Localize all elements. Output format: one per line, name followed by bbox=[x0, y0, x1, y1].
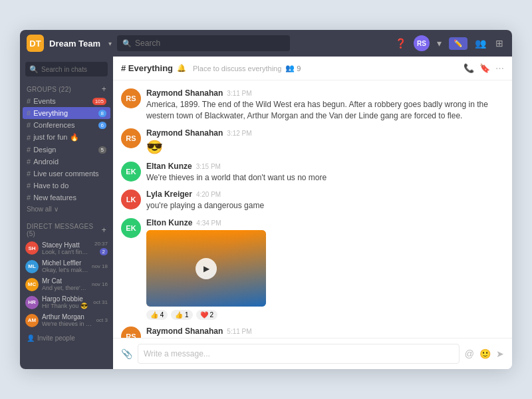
channel-description: Place to discuss everything bbox=[193, 65, 281, 72]
message-avatar: RS bbox=[121, 128, 141, 148]
message-input[interactable] bbox=[138, 344, 460, 364]
message-body: Eltan Kunze 3:15 PM We're thieves in a w… bbox=[146, 162, 504, 184]
message-body: Raymond Shanahan 3:12 PM 😎 bbox=[146, 128, 504, 155]
search-icon: 🔍 bbox=[122, 39, 132, 48]
chat-header-actions: 📞 🔖 ⋯ bbox=[464, 63, 504, 73]
dm-avatar-michel: ML bbox=[25, 260, 39, 273]
main-content: 🔍 GROUPS (22) + # Events 105 # Everythin… bbox=[20, 57, 512, 369]
channel-name: # Everything bbox=[121, 63, 173, 73]
message-group: RS Raymond Shanahan 5:11 PM Woow!!! It's… bbox=[121, 327, 504, 338]
avatar[interactable]: RS bbox=[414, 35, 430, 51]
dm-avatar-hargo: HR bbox=[25, 296, 39, 309]
bookmark-icon[interactable]: 🔖 bbox=[479, 63, 490, 73]
sidebar-item-live-user-comments[interactable]: # Live user comments bbox=[20, 168, 113, 180]
dm-section: DIRECT MESSAGES (5) + SH Stacey Hyatt Lo… bbox=[20, 220, 113, 329]
add-dm-button[interactable]: + bbox=[102, 225, 106, 235]
sidebar-search: 🔍 bbox=[25, 62, 108, 76]
message-group: RS Raymond Shanahan 3:12 PM 😎 bbox=[121, 128, 504, 155]
message-header: Raymond Shanahan 3:12 PM bbox=[146, 128, 504, 138]
emoji-icon[interactable]: 🙂 bbox=[479, 348, 491, 359]
sidebar-item-have-to-do[interactable]: # Have to do bbox=[20, 180, 113, 192]
message-header: Raymond Shanahan 3:11 PM bbox=[146, 88, 504, 98]
add-group-button[interactable]: + bbox=[102, 84, 106, 94]
message-avatar: EK bbox=[121, 218, 141, 238]
sidebar-item-everything[interactable]: # Everything 8 bbox=[23, 107, 110, 119]
message-header: Eltan Kunze 3:15 PM bbox=[146, 162, 504, 171]
dm-info-michel: Michel Leffler Okay, let's make it this.… bbox=[42, 259, 88, 273]
users-icon[interactable]: 👥 bbox=[473, 36, 488, 51]
play-button[interactable]: ▶ bbox=[196, 258, 217, 279]
message-group: EK Elton Kunze 4:34 PM ▶ 👍 4 bbox=[121, 218, 504, 320]
dm-avatar-mrcat: MC bbox=[25, 278, 39, 291]
chevron-icon[interactable]: ▾ bbox=[435, 36, 444, 51]
message-header: Elton Kunze 4:34 PM bbox=[146, 218, 504, 227]
dm-label: DIRECT MESSAGES (5) + bbox=[20, 220, 113, 239]
chat-area: # Everything 🔔 Place to discuss everythi… bbox=[113, 57, 512, 369]
dm-item-arthur[interactable]: AM Arthur Morgan We're thieves in a worl… bbox=[20, 311, 113, 329]
groups-label: GROUPS (22) + bbox=[20, 82, 113, 95]
top-bar-actions: ❓ RS ▾ ✏️ 👥 ⊞ bbox=[393, 35, 505, 51]
messages-container: RS Raymond Shanahan 3:11 PM America, 189… bbox=[113, 80, 512, 338]
invite-people-button[interactable]: 👤 Invite people bbox=[20, 332, 113, 344]
dm-info-mrcat: Mr Cat And yet, there's and... bbox=[42, 277, 88, 291]
notification-button[interactable]: ✏️ bbox=[449, 37, 467, 50]
message-header: Raymond Shanahan 5:11 PM bbox=[146, 327, 504, 336]
more-icon[interactable]: ⋯ bbox=[495, 63, 504, 73]
phone-icon[interactable]: 📞 bbox=[464, 63, 474, 73]
app-window: DT Dream Team ▾ 🔍 ❓ RS ▾ ✏️ 👥 ⊞ 🔍 GROUPS… bbox=[20, 30, 512, 369]
reaction-heart-2[interactable]: ❤️ 2 bbox=[196, 310, 217, 320]
sidebar-item-design[interactable]: # Design 5 bbox=[20, 144, 113, 156]
message-header: Lyla Kreiger 4:20 PM bbox=[146, 190, 504, 199]
send-icon[interactable]: ➤ bbox=[496, 348, 504, 359]
message-body: Elton Kunze 4:34 PM ▶ 👍 4 👍 1 ❤️ 2 bbox=[146, 218, 504, 320]
sidebar-item-android[interactable]: # Android bbox=[20, 156, 113, 168]
reaction-thumbs-up-4[interactable]: 👍 4 bbox=[146, 310, 168, 320]
attach-icon[interactable]: 📎 bbox=[121, 348, 132, 359]
message-avatar: RS bbox=[121, 327, 141, 338]
dm-info-hargo: Hargo Robbie Hi! Thank you 😎 bbox=[42, 295, 90, 309]
message-group: RS Raymond Shanahan 3:11 PM America, 189… bbox=[121, 88, 504, 122]
help-icon[interactable]: ❓ bbox=[393, 36, 408, 51]
top-bar: DT Dream Team ▾ 🔍 ❓ RS ▾ ✏️ 👥 ⊞ bbox=[20, 30, 512, 57]
channel-members: 👥 9 bbox=[285, 64, 301, 72]
search-bar: 🔍 bbox=[117, 35, 290, 51]
chat-input-area: 📎 @ 🙂 ➤ bbox=[113, 338, 512, 369]
sidebar-item-just-for-fun[interactable]: # just for fun 🔥 bbox=[20, 131, 113, 144]
reaction-thumbs-up-1[interactable]: 👍 1 bbox=[171, 310, 192, 320]
sidebar-item-new-features[interactable]: # New features bbox=[20, 192, 113, 203]
at-icon[interactable]: @ bbox=[465, 348, 474, 359]
show-all-button[interactable]: Show all ∨ bbox=[20, 203, 113, 215]
dm-avatar-arthur: AM bbox=[25, 314, 39, 327]
message-avatar: RS bbox=[121, 88, 141, 108]
sidebar-item-conferences[interactable]: # Conferences 6 bbox=[20, 119, 113, 131]
video-inner: ▶ bbox=[146, 230, 266, 307]
sidebar: 🔍 GROUPS (22) + # Events 105 # Everythin… bbox=[20, 57, 113, 369]
team-logo: DT bbox=[27, 35, 44, 52]
reactions: 👍 4 👍 1 ❤️ 2 bbox=[146, 310, 504, 320]
dm-item-michel[interactable]: ML Michel Leffler Okay, let's make it th… bbox=[20, 257, 113, 275]
message-avatar: LK bbox=[121, 190, 141, 209]
dm-item-mrcat[interactable]: MC Mr Cat And yet, there's and... nov 16 bbox=[20, 275, 113, 293]
sidebar-item-events[interactable]: # Events 105 bbox=[20, 95, 113, 107]
dm-info-stacey: Stacey Hyatt Look, I can't find anything bbox=[42, 241, 91, 255]
dm-info-arthur: Arthur Morgan We're thieves in a world t… bbox=[42, 313, 93, 327]
dm-avatar-stacey: SH bbox=[25, 241, 39, 255]
sidebar-search-input[interactable] bbox=[41, 66, 104, 73]
video-thumbnail[interactable]: ▶ bbox=[146, 230, 266, 307]
message-avatar: EK bbox=[121, 162, 141, 182]
message-body: Raymond Shanahan 3:11 PM America, 1899. … bbox=[146, 88, 504, 122]
channel-bell-icon[interactable]: 🔔 bbox=[177, 64, 186, 72]
team-chevron-icon[interactable]: ▾ bbox=[108, 40, 112, 47]
message-group: LK Lyla Kreiger 4:20 PM you're playing a… bbox=[121, 190, 504, 211]
grid-icon[interactable]: ⊞ bbox=[493, 36, 505, 51]
dm-item-stacey[interactable]: SH Stacey Hyatt Look, I can't find anyth… bbox=[20, 239, 113, 257]
sidebar-search-icon: 🔍 bbox=[29, 65, 39, 74]
message-body: Lyla Kreiger 4:20 PM you're playing a da… bbox=[146, 190, 504, 211]
chat-header: # Everything 🔔 Place to discuss everythi… bbox=[113, 57, 512, 80]
message-group: EK Eltan Kunze 3:15 PM We're thieves in … bbox=[121, 162, 504, 184]
chat-input-icons: @ 🙂 ➤ bbox=[465, 348, 504, 359]
search-input[interactable] bbox=[135, 39, 285, 48]
team-name: Dream Team bbox=[49, 39, 100, 49]
dm-item-hargo[interactable]: HR Hargo Robbie Hi! Thank you 😎 oct 31 bbox=[20, 293, 113, 311]
message-body: Raymond Shanahan 5:11 PM Woow!!! It's aw… bbox=[146, 327, 504, 338]
